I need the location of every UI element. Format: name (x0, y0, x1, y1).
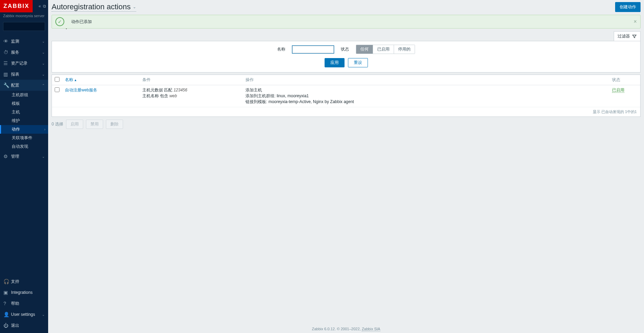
filter-reset-button[interactable]: 重设 (348, 58, 368, 67)
alert-message: 动作已添加 (71, 19, 92, 25)
chevron-right-icon: › (44, 127, 45, 131)
filter-status-segment: 任何 已启用 停用的 (356, 45, 415, 54)
col-name-label: 名称 (65, 77, 73, 82)
filter-status-any[interactable]: 任何 (356, 45, 373, 54)
filter-status-label: 状态 (341, 46, 349, 52)
bulk-disable-button[interactable]: 禁用 (86, 120, 103, 129)
bulk-enable-button[interactable]: 启用 (66, 120, 83, 129)
success-alert: ✓ 动作已添加 × (52, 15, 641, 29)
nav-services-label: 服务 (11, 49, 42, 55)
stopwatch-icon: ⏱ (3, 49, 11, 55)
op-line: 添加主机 (245, 87, 607, 93)
global-search[interactable]: 🔍 (3, 22, 45, 31)
cond-text: 主机名称 包含 (142, 93, 170, 98)
col-operations: 操作 (243, 75, 609, 85)
nav-reports-label: 报表 (11, 71, 42, 77)
chevron-down-icon: ⌄ (42, 62, 45, 65)
server-name: Zabbix mooreyxia server (0, 12, 48, 21)
op-line: 添加到主机群组: linux, mooreyxia1 (245, 93, 607, 99)
chart-icon: ▥ (3, 71, 11, 77)
cond-value: web (170, 93, 177, 98)
subnav-discovery[interactable]: 自动发现 (0, 142, 48, 151)
actions-list: 名称▲ 条件 操作 状态 自动注册web服务 主机元数据 匹配 123456 主… (52, 75, 641, 117)
footer-text: Zabbix 6.0.12. © 2001–2022, (312, 327, 362, 331)
logo[interactable]: ZABBIX (0, 0, 33, 12)
page-title: Autoregistration actions (52, 2, 131, 11)
nav-inventory[interactable]: ☰ 资产记录 ⌄ (0, 58, 48, 69)
chevron-up-icon: ⌃ (42, 84, 45, 87)
nav-user-settings-label: User settings (11, 312, 42, 317)
chevron-down-icon: ⌄ (42, 73, 45, 76)
page-title-dropdown[interactable]: Autoregistration actions ⌄ (52, 2, 136, 12)
nav-help-label: 帮助 (11, 301, 45, 307)
filter-name-label: 名称 (277, 46, 285, 52)
chevron-down-icon: ⌄ (42, 40, 45, 43)
nav-logout-label: 退出 (11, 323, 45, 329)
filter-status-disabled[interactable]: 停用的 (394, 45, 415, 54)
create-action-button[interactable]: 创建动作 (615, 2, 641, 12)
subnav-correlation[interactable]: 关联项事件 (0, 134, 48, 142)
status-toggle[interactable]: 已启用 (612, 88, 624, 93)
table-row: 自动注册web服务 主机元数据 匹配 123456 主机名称 包含 web 添加… (52, 85, 640, 107)
cond-value: 123456 (174, 88, 187, 92)
check-circle-icon: ✓ (55, 17, 64, 26)
nav-support[interactable]: 🎧 支持 (0, 276, 48, 287)
table-footer-summary: 显示 已自动发现的 1中的1 (52, 107, 640, 116)
gear-icon: ⚙ (3, 154, 11, 159)
sidebar-collapse-icon[interactable]: « (39, 4, 41, 9)
power-icon: ⏻ (3, 323, 11, 328)
main-content: Autoregistration actions ⌄ 创建动作 ✓ 动作已添加 … (48, 0, 644, 333)
chevron-down-icon: ⌄ (42, 51, 45, 54)
subnav-hostgroups[interactable]: 主机群组 (0, 91, 48, 99)
square-z-icon: ▣ (3, 290, 11, 295)
list-icon: ☰ (3, 60, 11, 66)
col-status: 状态 (609, 75, 640, 85)
eye-icon: 👁 (3, 38, 11, 44)
col-name-sort[interactable]: 名称▲ (65, 77, 77, 82)
cond-text: 主机元数据 匹配 (142, 88, 174, 92)
nav-config[interactable]: 🔧 配置 ⌃ (0, 80, 48, 91)
bulk-delete-button[interactable]: 删除 (106, 120, 123, 129)
subnav-actions[interactable]: 动作 › (0, 125, 48, 134)
question-icon: ? (3, 301, 11, 306)
subnav-hosts[interactable]: 主机 (0, 108, 48, 116)
nav-inventory-label: 资产记录 (11, 60, 42, 66)
nav-user-settings[interactable]: 👤 User settings ⌄ (0, 309, 48, 320)
nav-integrations[interactable]: ▣ Integrations (0, 287, 48, 298)
nav-config-submenu: 主机群组 模板 主机 维护 动作 › 关联项事件 自动发现 (0, 91, 48, 151)
nav-monitor-label: 监测 (11, 38, 42, 44)
page-footer: Zabbix 6.0.12. © 2001–2022, Zabbix SIA (52, 320, 641, 333)
nav-reports[interactable]: ▥ 报表 ⌄ (0, 69, 48, 80)
nav-logout[interactable]: ⏻ 退出 (0, 320, 48, 331)
col-conditions: 条件 (140, 75, 243, 85)
nav-admin[interactable]: ⚙ 管理 ⌄ (0, 151, 48, 162)
sort-asc-icon: ▲ (74, 78, 77, 82)
nav-help[interactable]: ? 帮助 (0, 298, 48, 309)
headset-icon: 🎧 (3, 279, 11, 284)
filter-name-input[interactable] (292, 46, 334, 53)
sidebar: ZABBIX « ⧉ Zabbix mooreyxia server 🔍 👁 监… (0, 0, 48, 333)
nav-support-label: 支持 (11, 279, 45, 285)
selected-count: 0 选择 (52, 121, 63, 127)
nav-monitor[interactable]: 👁 监测 ⌄ (0, 36, 48, 47)
chevron-down-icon: ⌄ (42, 155, 45, 158)
subnav-maintenance[interactable]: 维护 (0, 116, 48, 125)
alert-close-icon[interactable]: × (634, 19, 637, 25)
filter-apply-button[interactable]: 应用 (325, 58, 345, 67)
filter-toggle-tab[interactable]: 过滤器 (614, 31, 641, 41)
filter-panel: 名称 状态 任何 已启用 停用的 应用 重设 (52, 41, 641, 73)
chevron-down-icon: ⌄ (133, 4, 136, 9)
footer-link[interactable]: Zabbix SIA (362, 327, 380, 331)
chevron-down-icon: ⌄ (42, 313, 45, 317)
filter-status-enabled[interactable]: 已启用 (373, 45, 394, 54)
filter-icon (632, 34, 637, 39)
wrench-icon: 🔧 (3, 82, 11, 88)
sidebar-popout-icon[interactable]: ⧉ (43, 4, 46, 9)
select-all-checkbox[interactable] (55, 77, 59, 82)
nav-integrations-label: Integrations (11, 290, 45, 295)
subnav-templates[interactable]: 模板 (0, 99, 48, 108)
nav-admin-label: 管理 (11, 154, 42, 159)
action-name-link[interactable]: 自动注册web服务 (65, 88, 97, 92)
nav-services[interactable]: ⏱ 服务 ⌄ (0, 47, 48, 58)
row-checkbox[interactable] (55, 87, 59, 92)
